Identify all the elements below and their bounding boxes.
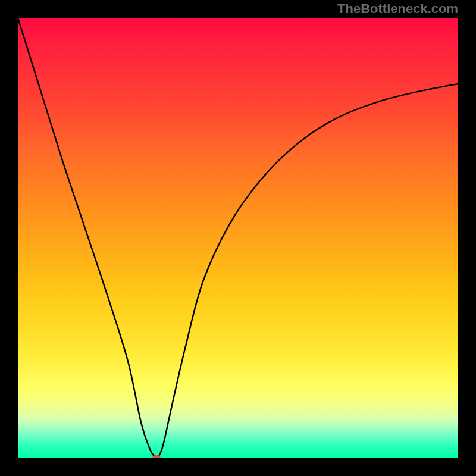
plot-area (18, 18, 458, 458)
optimum-marker-icon (152, 455, 161, 459)
watermark-text: TheBottleneck.com (337, 1, 458, 17)
bottleneck-curve (18, 18, 458, 458)
